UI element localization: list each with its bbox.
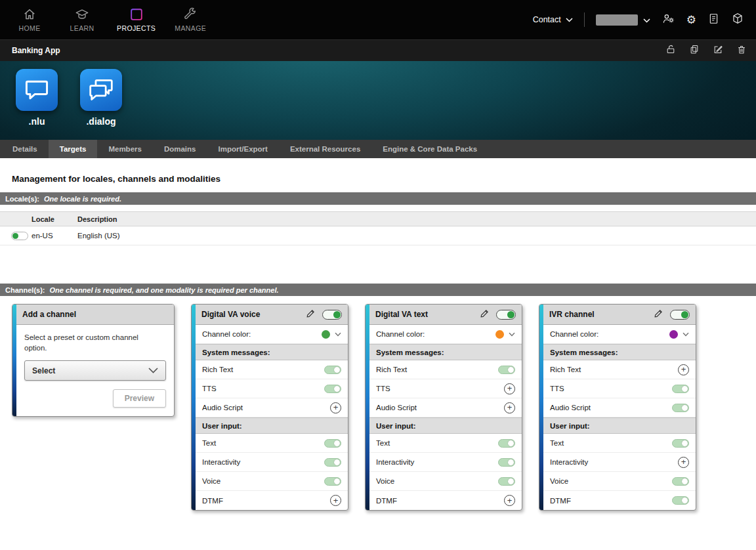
channels-note: One channel is required, and one modalit… (50, 286, 279, 294)
hero-banner: .nlu .dialog (0, 61, 756, 140)
channel-enabled-toggle[interactable] (496, 310, 516, 320)
modality-toggle[interactable] (672, 477, 689, 486)
dialog-app-tile[interactable]: .dialog (74, 69, 129, 127)
modality-toggle[interactable] (324, 439, 341, 448)
channel-color-select[interactable] (495, 330, 515, 339)
modality-label: Rich Text (376, 366, 407, 373)
modality-row: Interactivity+ (543, 453, 696, 472)
channels-title: Channel(s): (5, 286, 45, 294)
edit-pencil-icon (480, 308, 490, 320)
modality-toggle[interactable] (498, 366, 515, 374)
channel-color-row: Channel color: (196, 325, 348, 344)
user-name-redacted (596, 14, 638, 26)
modality-row: Voice (543, 472, 696, 491)
nav-manage-label: MANAGE (175, 24, 206, 32)
nlu-app-tile[interactable]: .nlu (9, 69, 64, 127)
copy-icon (689, 44, 700, 57)
tab-domains[interactable]: Domains (153, 140, 207, 158)
add-channel-card: Add a channel Select a preset or custom … (12, 304, 175, 417)
contact-dropdown[interactable]: Contact (533, 15, 573, 24)
nav-home-label: HOME (18, 24, 40, 32)
add-modality-button[interactable]: + (678, 457, 689, 468)
modality-toggle[interactable] (498, 458, 515, 467)
modality-toggle[interactable] (672, 496, 689, 505)
documentation-button[interactable] (707, 12, 720, 28)
modality-label: DTMF (550, 497, 571, 505)
tab-engine-core-data-packs[interactable]: Engine & Core Data Packs (371, 140, 488, 158)
modality-toggle[interactable] (324, 385, 341, 393)
edit-channel-button[interactable] (654, 308, 663, 320)
tab-external-resources[interactable]: External Resources (279, 140, 371, 158)
add-modality-button[interactable]: + (504, 383, 515, 394)
channel-color-dot (322, 330, 330, 339)
locale-enabled-toggle[interactable] (11, 232, 28, 240)
trash-icon (736, 44, 747, 57)
add-modality-button[interactable]: + (330, 402, 341, 413)
contact-label: Contact (533, 15, 561, 24)
modality-toggle[interactable] (324, 458, 341, 467)
channel-color-label: Channel color: (376, 330, 425, 338)
channel-card-header: Digital VA text (369, 305, 522, 325)
modality-label: TTS (202, 385, 217, 392)
user-admin-button[interactable] (662, 12, 675, 28)
modality-toggle[interactable] (324, 366, 341, 374)
modality-toggle[interactable] (324, 477, 341, 486)
channel-color-label: Channel color: (550, 330, 598, 338)
modality-toggle[interactable] (672, 439, 689, 448)
tab-details[interactable]: Details (1, 140, 49, 158)
modality-row: Interactivity (369, 453, 522, 472)
nav-learn[interactable]: LEARN (64, 7, 100, 32)
edit-channel-button[interactable] (306, 308, 316, 320)
modality-row: Text (196, 434, 348, 453)
modality-section-label: User input: (543, 417, 696, 434)
nav-home[interactable]: HOME (12, 7, 47, 32)
add-modality-button[interactable]: + (504, 402, 515, 413)
gear-icon: ⚙ (686, 14, 696, 26)
modality-label: Voice (376, 477, 394, 485)
channel-color-select[interactable] (322, 330, 341, 339)
modality-toggle[interactable] (672, 404, 689, 412)
modality-label: Interactivity (202, 458, 240, 466)
add-modality-button[interactable]: + (678, 364, 689, 375)
modality-label: Rich Text (550, 366, 581, 373)
users-gear-icon (662, 12, 675, 28)
cube-icon (731, 12, 744, 28)
nav-projects[interactable]: PROJECTS (117, 7, 156, 32)
unlock-button[interactable] (665, 44, 676, 57)
preview-button[interactable]: Preview (113, 389, 166, 408)
nav-manage[interactable]: MANAGE (173, 7, 208, 32)
delete-project-button[interactable] (736, 44, 747, 57)
channel-color-select[interactable] (669, 330, 689, 339)
add-modality-button[interactable]: + (330, 495, 341, 506)
tab-import-export[interactable]: Import/Export (207, 140, 279, 158)
modality-toggle[interactable] (498, 439, 515, 448)
tab-targets[interactable]: Targets (49, 140, 98, 158)
settings-button[interactable]: ⚙ (686, 14, 696, 26)
modality-row: Interactivity (196, 453, 348, 472)
nlu-app-label: .nlu (29, 116, 45, 127)
modality-label: DTMF (376, 497, 397, 505)
channel-enabled-toggle[interactable] (670, 310, 690, 320)
add-modality-button[interactable]: + (504, 495, 515, 506)
chevron-down-icon (643, 14, 650, 26)
modality-toggle[interactable] (672, 385, 689, 393)
modality-section-label: System messages: (196, 344, 348, 360)
tools-icon (183, 7, 198, 22)
channel-enabled-toggle[interactable] (322, 310, 342, 320)
chevron-down-icon (682, 330, 689, 338)
locales-note: One locale is required. (44, 195, 121, 203)
channel-preset-select[interactable]: Select (24, 360, 166, 381)
edit-channel-button[interactable] (480, 308, 490, 320)
copy-button[interactable] (689, 44, 700, 57)
modality-label: Voice (202, 477, 220, 485)
packages-button[interactable] (731, 12, 744, 28)
edit-project-button[interactable] (713, 44, 723, 57)
user-dropdown[interactable] (596, 14, 650, 26)
modality-toggle[interactable] (498, 477, 515, 486)
modality-label: Interactivity (376, 458, 414, 466)
modality-row: DTMF (543, 491, 696, 510)
locales-section-header: Locale(s): One locale is required. (0, 192, 756, 205)
modality-row: Rich Text (369, 360, 522, 379)
primary-nav: HOME LEARN PROJECTS (12, 7, 208, 32)
tab-members[interactable]: Members (97, 140, 153, 158)
